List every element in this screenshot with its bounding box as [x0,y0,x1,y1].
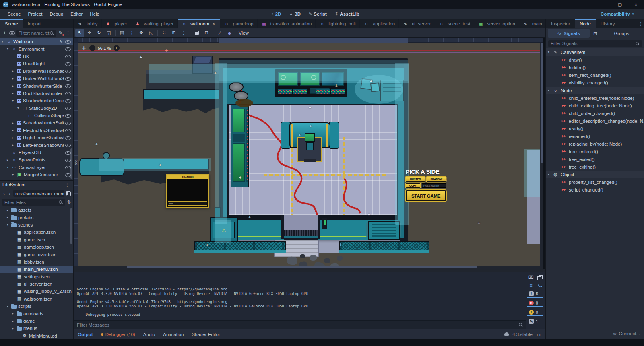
clear-output-icon[interactable]: ⌧ [528,274,534,280]
file-row[interactable]: lobby.tscn [0,258,73,266]
file-row[interactable]: MainMenu.gd [0,332,73,340]
expand-arrow-icon[interactable]: ▸ [12,319,17,323]
visibility-eye-icon[interactable] [65,76,71,81]
expand-arrow-icon[interactable]: ▾ [7,47,11,51]
filter-script-icon[interactable]: ✎ [58,30,64,36]
file-row[interactable]: ▸ assets [0,206,73,214]
stop-button-icon[interactable] [556,10,564,18]
expand-arrow-icon[interactable]: ▾ [2,40,6,43]
remote-debug-icon[interactable] [566,10,574,18]
menu-item[interactable]: Debug [46,10,67,18]
scene-filter-input[interactable]: Filter: name, t:t [16,30,56,37]
file-row[interactable]: settings.tscn [0,273,73,280]
canvas-tool[interactable] [213,30,213,36]
copy-button[interactable]: COPY [406,183,420,188]
expand-arrow-icon[interactable]: ▾ [7,165,11,169]
dock-tab[interactable]: Inspector [546,19,575,28]
file-row[interactable]: ▸ prefabs [0,214,73,221]
add-node-icon[interactable]: + [2,30,7,36]
scene-tree-row[interactable]: PlayersOld ✎ [0,149,73,156]
group-icon[interactable]: ⊡ [202,29,211,37]
expand-arrow-icon[interactable]: ▾ [548,173,553,176]
scene-tree-row[interactable]: ▸ DuctShadowhunter ✎ [0,90,73,97]
search-output-icon[interactable] [537,282,543,288]
file-row[interactable]: ▾ scenes [0,221,73,229]
scene-tab[interactable]: lobby × [74,19,102,28]
visibility-eye-icon[interactable] [65,54,71,59]
minimize-button[interactable]: – [596,0,612,9]
scene-tree-row[interactable]: ▾ CanvasLayer ✎ [0,164,73,171]
scene-tree-row[interactable]: ▸ ShadowhunterSide ✎ [0,82,73,89]
expand-arrow-icon[interactable]: ▾ [548,50,553,54]
signal-row[interactable]: ▾ CanvasItem [546,48,644,56]
scene-tree-row[interactable]: BK ✎ [0,53,73,60]
expand-arrow-icon[interactable]: ▸ [12,121,17,125]
signal-row[interactable]: hidden() [546,64,644,71]
move-tool-icon[interactable]: ✛ [85,29,94,37]
signal-row[interactable]: script_changed() [546,186,644,194]
dock-tab[interactable]: Node [575,19,596,28]
signal-row[interactable]: child_order_changed() [546,109,644,117]
filesystem-path[interactable]: res://scenes/main_menu.ts [13,190,64,197]
signal-row[interactable]: property_list_changed() [546,178,644,186]
visibility-eye-icon[interactable] [65,135,71,140]
signal-row[interactable]: draw() [546,56,644,64]
selectable-list-icon[interactable]: ▤ [118,29,126,37]
snap-options-icon[interactable]: ⋮ [179,29,188,37]
canvas-tool[interactable] [115,30,116,36]
zoom-out-icon[interactable]: − [89,45,95,51]
scene-tree-row[interactable]: ▸ ElectricBoxShadowhu... ✎ [0,127,73,134]
pivot-tool-icon[interactable]: ⊹ [127,29,136,37]
signal-row[interactable]: ▾ Node [546,86,644,94]
expand-arrow-icon[interactable]: ▸ [12,136,17,140]
statusbar-tab[interactable]: Debugger (10) [101,332,135,337]
signal-row[interactable]: ready() [546,125,644,132]
visibility-eye-icon[interactable] [65,120,71,126]
scene-tree-row[interactable]: ▸ SahadowhunterSwitch ✎ [0,119,73,126]
zoom-level[interactable]: 56.1 % [98,46,111,51]
signals-tab-button[interactable]: ∿ Signals [548,29,590,38]
view-menu[interactable]: View [235,31,253,35]
editor-filter-badge[interactable]: ✎ 1 [527,318,543,325]
visibility-eye-icon[interactable] [65,128,71,133]
dock-menu-icon[interactable]: ⋮ [638,19,644,28]
instance-scene-icon[interactable] [9,31,14,35]
file-row[interactable]: waitroom.tscn [0,295,73,303]
mode-assetlib[interactable]: ↧ AssetLib [332,10,363,18]
start-game-button[interactable]: START GAME [406,190,446,201]
chatbox-input[interactable] [168,201,207,206]
file-row[interactable]: ▸ game [0,317,73,325]
statusbar-tab[interactable]: Animation [163,332,184,337]
mode-script[interactable]: ✎ Script [305,10,330,18]
groups-tab-button[interactable]: Groups [601,29,643,38]
shadow-button[interactable]: SHADOW [427,177,446,182]
mode-2d[interactable]: ⌖ 2D [268,10,284,18]
file-row[interactable]: main_menu.tscn [0,266,73,273]
pause-button-icon[interactable] [547,10,555,18]
scene-dock-menu-icon[interactable]: ⋮ [66,30,71,36]
lock-icon[interactable] [192,29,201,37]
signal-row[interactable]: replacing_by(node: Node) [546,140,644,148]
scene-tree-row[interactable]: CollisionShape2D ✎ [0,112,73,119]
signal-row[interactable]: renamed() [546,132,644,140]
split-view-icon[interactable] [66,191,71,196]
collapse-duplicates-icon[interactable]: ≡ [528,282,534,288]
play-scene-icon[interactable] [576,10,584,18]
file-row[interactable]: ▸ autoloads [0,310,73,317]
scene-tab[interactable]: lightning_bolt × [316,19,360,28]
expand-arrow-icon[interactable]: ▾ [12,99,17,103]
version-label[interactable]: 4.3.stable [512,332,533,337]
expand-arrow-icon[interactable]: ▾ [548,89,553,92]
scene-tab[interactable]: application × [360,19,399,28]
expand-arrow-icon[interactable]: ▸ [12,128,17,132]
filter-signals-input[interactable]: Filter Signals [548,40,642,47]
signal-row[interactable]: child_entered_tree(node: Node) [546,94,644,102]
attached-script-icon[interactable]: ✎ [60,39,63,44]
dock-tab[interactable]: Scene [0,19,23,28]
scene-tab[interactable]: ui_server × [399,19,435,28]
copy-output-icon[interactable] [537,274,543,280]
connected-signals-icon[interactable]: ⊡ [591,29,599,37]
filesystem-menu-icon[interactable]: ⋮ [64,182,70,187]
scene-tree-row[interactable]: ▸ LeftFenceShadowhun... ✎ [0,141,73,148]
scene-tree-row[interactable]: ▾ MarginContainer ✎ [0,171,73,178]
